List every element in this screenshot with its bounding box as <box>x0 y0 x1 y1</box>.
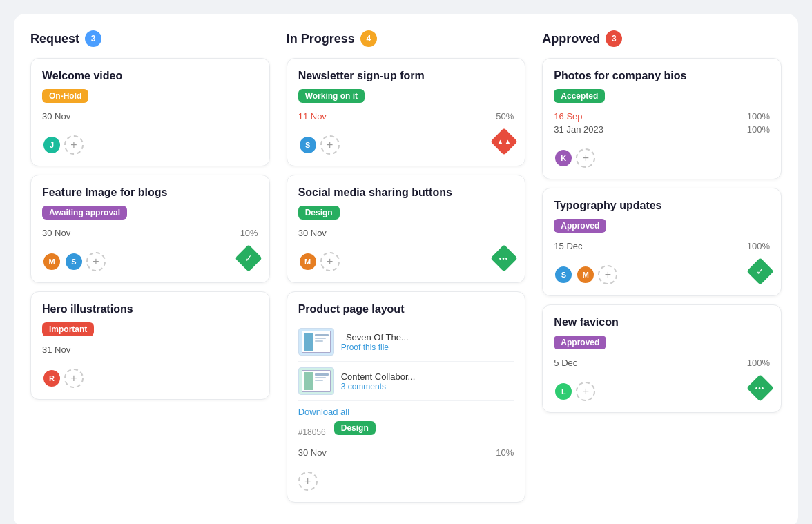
card-meta: 30 Nov 10% <box>42 228 258 238</box>
card-percent: 10% <box>240 228 258 238</box>
add-avatar-button[interactable]: + <box>298 472 318 491</box>
card-percent: 10% <box>496 447 514 458</box>
card-percent: 100% <box>747 111 770 122</box>
column-header: Request 3 <box>30 30 270 47</box>
avatar: R <box>42 369 61 388</box>
card-id: #18056 <box>298 427 326 437</box>
card: Social media sharing buttonsDesign 30 No… <box>287 175 526 283</box>
column-title: In Progress <box>287 32 355 46</box>
file-thumbnail <box>298 328 334 356</box>
file-item: _Seven Of The... Proof this file <box>298 322 514 362</box>
card-bottom: + <box>298 465 514 491</box>
card: Feature Image for blogsAwaiting approval… <box>30 175 270 283</box>
download-all-link[interactable]: Download all <box>298 407 349 417</box>
card-title: Photos for company bios <box>554 70 770 82</box>
avatar-group: SM+ <box>554 265 617 284</box>
card-meta: 16 Sep 100% <box>554 111 770 122</box>
card-icon: ••• <box>751 378 770 398</box>
add-avatar-button[interactable]: + <box>576 382 595 401</box>
avatar: J <box>42 135 61 155</box>
card-date2-row: 31 Jan 2023 100% <box>554 124 770 135</box>
card-date: 30 Nov <box>298 447 327 458</box>
add-avatar-button[interactable]: + <box>64 369 84 388</box>
avatar-group: R+ <box>42 369 84 388</box>
card-title: Welcome video <box>42 70 258 82</box>
avatar-group: K+ <box>554 148 595 168</box>
card-date: 31 Nov <box>42 345 70 355</box>
card-bottom: K+ <box>554 142 770 168</box>
file-action[interactable]: 3 comments <box>341 382 416 391</box>
card-title: Hero illustrations <box>42 303 258 316</box>
column-badge: 3 <box>606 30 622 47</box>
column-in-progress: In Progress 4 Newsletter sign-up formWor… <box>287 30 526 511</box>
card: New faviconApproved 5 Dec 100% L+ ••• <box>542 304 782 413</box>
card-date: 5 Dec <box>554 358 577 368</box>
add-avatar-button[interactable]: + <box>320 135 340 155</box>
avatar: K <box>554 148 573 168</box>
card-percent: 100% <box>747 358 770 368</box>
add-avatar-button[interactable]: + <box>598 265 617 284</box>
avatar: M <box>576 265 595 284</box>
card-percent: 100% <box>747 241 770 251</box>
card-meta: 30 Nov <box>42 111 258 122</box>
kanban-board: Request 3 Welcome videoOn-Hold 30 Nov J+… <box>14 14 798 524</box>
card-date: 30 Nov <box>42 111 70 122</box>
file-item: Content Collabor... 3 comments <box>298 362 514 401</box>
card-icon: ▲▲ <box>494 132 514 151</box>
card: Product page layout _Seven Of The... Pro… <box>287 291 526 503</box>
column-title: Approved <box>542 32 600 46</box>
card-date: 30 Nov <box>298 228 327 238</box>
card-icon: ✓ <box>239 249 258 268</box>
card-title: Product page layout <box>298 303 514 316</box>
card-tag: Approved <box>554 336 606 349</box>
avatar-group: M+ <box>298 252 340 271</box>
card: Photos for company biosAccepted 16 Sep 1… <box>542 58 782 179</box>
card-bottom: L+ ••• <box>554 375 770 401</box>
avatar-group: L+ <box>554 382 595 401</box>
card-bottom: SM+ ✓ <box>554 258 770 284</box>
avatar-group: + <box>298 472 318 491</box>
card-date: 16 Sep <box>554 111 582 122</box>
add-avatar-button[interactable]: + <box>64 135 84 155</box>
add-avatar-button[interactable]: + <box>576 148 595 168</box>
column-request: Request 3 Welcome videoOn-Hold 30 Nov J+… <box>30 30 270 511</box>
avatar-group: J+ <box>42 135 84 155</box>
file-info: Content Collabor... 3 comments <box>341 371 416 391</box>
avatar: L <box>554 382 573 401</box>
card-meta: 15 Dec 100% <box>554 241 770 251</box>
card-bottom: J+ <box>42 128 258 155</box>
card-title: Typography updates <box>554 200 770 212</box>
avatar: M <box>298 252 318 271</box>
file-info: _Seven Of The... Proof this file <box>341 332 409 352</box>
card-bottom: M+ ••• <box>298 245 514 271</box>
card-icon: ••• <box>494 249 514 268</box>
add-avatar-button[interactable]: + <box>86 252 106 271</box>
card-bottom: MS+ ✓ <box>42 245 258 271</box>
card-date: 15 Dec <box>554 241 582 251</box>
column-header: In Progress 4 <box>287 30 526 47</box>
file-name: Content Collabor... <box>341 371 416 382</box>
avatar: S <box>554 265 573 284</box>
avatar: S <box>298 135 318 155</box>
card-tag: Awaiting approval <box>42 206 127 220</box>
column-approved: Approved 3 Photos for company biosAccept… <box>542 30 782 511</box>
card: Hero illustrationsImportant 31 Nov R+ <box>30 291 270 400</box>
card-tag: Approved <box>554 219 606 233</box>
priority-icon: ▲▲ <box>491 128 519 155</box>
avatar-group: MS+ <box>42 252 106 271</box>
file-thumbnail <box>298 367 334 395</box>
chevron-down-icon: ✓ <box>746 258 774 285</box>
card-meta: 30 Nov <box>298 228 514 238</box>
avatar: S <box>64 252 84 271</box>
column-header: Approved 3 <box>542 30 782 47</box>
column-badge: 3 <box>85 30 102 47</box>
card-meta: 11 Nov 50% <box>298 111 514 122</box>
card-meta: 5 Dec 100% <box>554 358 770 368</box>
card: Typography updatesApproved 15 Dec 100% S… <box>542 188 782 296</box>
card-tag: Design <box>298 206 340 220</box>
add-avatar-button[interactable]: + <box>320 252 340 271</box>
card-id-tag: Design <box>334 421 376 435</box>
column-badge: 4 <box>360 30 377 47</box>
file-action[interactable]: Proof this file <box>341 342 409 352</box>
card-date2: 31 Jan 2023 <box>554 124 603 135</box>
